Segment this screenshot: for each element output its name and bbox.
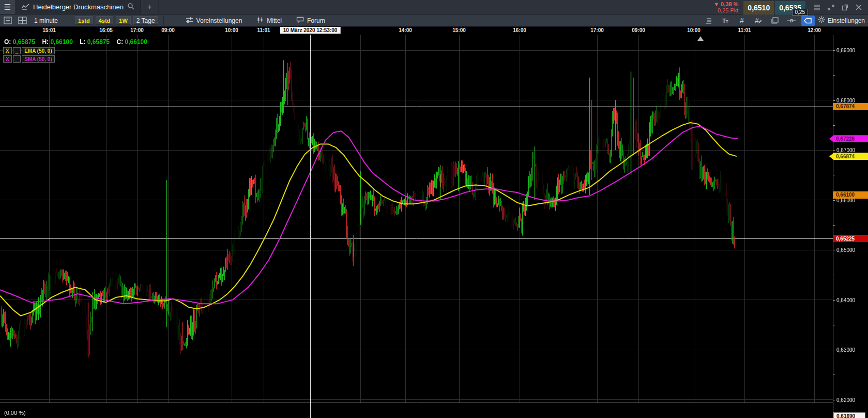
high-value: 0,66100 — [50, 38, 72, 46]
close-label: C: — [117, 38, 124, 46]
titlebar: ☰ Heidelberger Druckmaschinen + ▼ 0,38 %… — [0, 0, 868, 14]
journal-icon[interactable] — [2, 16, 13, 25]
legend-row: X_EMA (50, 0) — [3, 47, 55, 54]
layout-grid-icon[interactable] — [17, 16, 28, 25]
text-tool-icon[interactable]: TT — [719, 16, 732, 26]
instrument-tab[interactable]: Heidelberger Druckmaschinen — [16, 0, 141, 14]
time-axis-label: 17:00 — [590, 27, 604, 33]
popout-window-icon[interactable] — [842, 4, 848, 11]
range-button[interactable]: 2 Tage — [133, 16, 158, 25]
price-axis-label: 0,62000 — [836, 397, 855, 402]
candlestick-chart-canvas[interactable] — [0, 35, 868, 418]
interval-button-1std[interactable]: 1std — [75, 16, 93, 25]
price-axis-label: 0,64000 — [836, 297, 855, 303]
presets-label: Voreinstellungen — [196, 17, 242, 24]
time-axis-label: 09:00 — [161, 27, 175, 33]
legend-row: X_SMA (50, 0) — [3, 55, 55, 63]
layers-icon[interactable] — [768, 16, 782, 26]
gear-icon — [818, 16, 825, 25]
mittel-label: Mittel — [267, 17, 282, 24]
presets-button[interactable]: Voreinstellungen — [186, 16, 242, 25]
interval-presets: 1std4std1W — [72, 16, 131, 25]
trading-app-window: ☰ Heidelberger Druckmaschinen + ▼ 0,38 %… — [0, 0, 868, 418]
chart-marker-icon[interactable] — [697, 36, 704, 41]
price-axis-label: 0,68000 — [836, 97, 855, 103]
close-value: 0,66100 — [125, 38, 147, 46]
time-axis-label: 10:00 — [687, 27, 701, 33]
price-tag-label[interactable]: 0,67874 — [833, 103, 868, 110]
indicator-point-icon[interactable] — [785, 16, 798, 26]
low-value: 0,65875 — [87, 38, 110, 46]
time-axis-label: 15:00 — [452, 27, 466, 33]
open-value: 0,65875 — [13, 38, 35, 46]
legend-line-style[interactable]: _ — [13, 55, 21, 63]
line-chart-icon — [21, 3, 29, 12]
price-axis-label: 0,69000 — [836, 48, 855, 53]
grid-edit-icon[interactable]: # — [752, 16, 765, 26]
price-axis-label: 0,65000 — [836, 247, 855, 253]
instrument-title: Heidelberger Druckmaschinen — [33, 3, 124, 11]
collapse-window-icon[interactable] — [828, 4, 834, 11]
change-percent: ▼ 0,38 % — [713, 1, 738, 7]
time-axis-label: 09:00 — [632, 27, 645, 33]
chart-area[interactable]: O: 0,65875 H: 0,66100 L: 0,65875 C: 0,66… — [0, 35, 868, 418]
notes-list-icon[interactable] — [702, 16, 715, 26]
spread-value: 0,25 — [792, 9, 808, 16]
forum-button[interactable]: Forum — [296, 16, 325, 25]
time-axis-label: 10:00 — [225, 27, 238, 33]
grid-settings-icon[interactable]: # — [735, 16, 749, 26]
time-axis[interactable]: 10 März 2020 12:53:00 15:0116:0517:0009:… — [0, 27, 868, 35]
price-axis-label: 0,67000 — [836, 147, 855, 153]
high-label: H: — [42, 38, 49, 46]
low-label: L: — [80, 38, 85, 46]
change-points: 0,25 Pkt — [713, 7, 738, 13]
chart-toolbar: 1 minute 1std4std1W 2 Tage Voreinstellun… — [0, 14, 868, 27]
panel-lines-icon[interactable] — [814, 4, 820, 11]
time-axis-label: 16:05 — [99, 27, 113, 33]
price-tag-label[interactable]: 0,66100 — [833, 191, 868, 199]
cursor-price-label: 0,61690 — [833, 412, 865, 418]
candlestick-icon — [256, 16, 264, 25]
search-icon[interactable] — [127, 3, 134, 12]
price-tag-label[interactable]: 0,66874 — [829, 153, 868, 160]
percent-change-footer: (0,00 %) — [4, 410, 26, 416]
add-chart-tab-button[interactable]: + — [141, 0, 159, 14]
legend-remove-button[interactable]: X — [3, 47, 12, 54]
time-axis-label: 14:00 — [399, 27, 412, 33]
settings-label: Einstellungen — [828, 17, 865, 24]
speech-bubble-icon — [296, 16, 304, 25]
interval-label[interactable]: 1 minute — [34, 17, 58, 24]
legend-line-style[interactable]: _ — [13, 47, 21, 54]
price-axis-label: 0,63000 — [836, 347, 855, 353]
time-axis-label: 16:00 — [513, 27, 526, 33]
price-tag-toggle-button[interactable] — [801, 16, 815, 26]
legend-remove-button[interactable]: X — [3, 55, 12, 63]
price-tag-label[interactable]: 0,65225 — [833, 235, 868, 242]
time-axis-label: 12:00 — [808, 27, 821, 33]
forum-label: Forum — [307, 17, 325, 24]
hamburger-icon: ☰ — [4, 3, 11, 12]
mittel-button[interactable]: Mittel — [256, 16, 282, 25]
settings-button[interactable]: Einstellungen — [818, 16, 865, 25]
price-tag-label[interactable]: 0,67226 — [829, 135, 868, 142]
sliders-icon — [186, 16, 193, 25]
interval-button-1W[interactable]: 1W — [116, 16, 131, 25]
main-menu-button[interactable]: ☰ — [0, 0, 16, 14]
indicator-legend: X_EMA (50, 0)X_SMA (50, 0) — [3, 47, 55, 64]
time-axis-label: 11:01 — [257, 27, 270, 33]
interval-button-4std[interactable]: 4std — [96, 16, 114, 25]
time-axis-label: 11:01 — [738, 27, 751, 33]
close-icon[interactable] — [856, 4, 862, 10]
legend-indicator-name[interactable]: EMA (50, 0) — [22, 47, 55, 54]
time-axis-label: 15:01 — [42, 27, 56, 33]
cursor-date-label: 10 März 2020 12:53:00 — [280, 27, 341, 34]
bid-price-button[interactable]: 0,6510 — [743, 1, 774, 14]
time-axis-label: 17:00 — [130, 27, 144, 33]
open-label: O: — [4, 38, 11, 46]
ohlc-readout: O: 0,65875 H: 0,66100 L: 0,65875 C: 0,66… — [4, 38, 153, 46]
quote-change: ▼ 0,38 % 0,25 Pkt — [713, 1, 738, 13]
legend-indicator-name[interactable]: SMA (50, 0) — [22, 55, 55, 63]
